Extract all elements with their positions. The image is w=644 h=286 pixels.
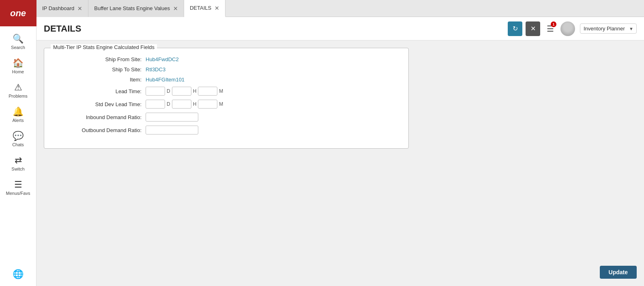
ship-from-site-row: Ship From Site: Hub4FwdDC2: [56, 56, 396, 62]
tab-label-details: DETAILS: [190, 5, 211, 11]
refresh-button[interactable]: ↻: [508, 21, 522, 36]
sidebar-item-label-alerts: Alerts: [12, 118, 24, 123]
tab-close-details[interactable]: ✕: [215, 5, 219, 11]
sidebar-item-label-home: Home: [12, 69, 24, 74]
inbound-demand-ratio-label: Inbound Demand Ratio:: [56, 114, 146, 120]
ship-from-site-label: Ship From Site:: [56, 56, 146, 62]
close-button[interactable]: ✕: [526, 21, 540, 36]
lead-time-m-unit: M: [219, 88, 223, 94]
search-icon: 🔍: [13, 34, 24, 44]
tab-close-buffer-lane[interactable]: ✕: [173, 6, 178, 11]
page-title: DETAILS: [44, 23, 508, 34]
std-dev-h-unit: H: [193, 101, 197, 107]
sidebar-item-chats[interactable]: 💬 Chats: [0, 127, 36, 151]
item-value[interactable]: Hub4FGItem101: [146, 77, 185, 83]
tab-ip-dashboard[interactable]: IP Dashboard ✕: [36, 0, 88, 17]
sidebar-item-label-menus: Menus/Favs: [6, 191, 30, 196]
sidebar: one 🔍 Search 🏠 Home ⚠ Problems 🔔 Alerts …: [0, 0, 36, 286]
inventory-planner-dropdown[interactable]: Inventory Planner: [580, 23, 637, 34]
std-dev-d-unit: D: [167, 101, 170, 107]
update-button[interactable]: Update: [600, 266, 637, 279]
lead-time-h-unit: H: [193, 88, 197, 94]
std-dev-lead-time-inputs: D H M: [146, 100, 223, 109]
problems-icon: ⚠: [14, 82, 22, 93]
sidebar-item-label-search: Search: [11, 45, 25, 50]
std-dev-lead-time-label: Std Dev Lead Time:: [56, 101, 146, 107]
tab-label-ip-dashboard: IP Dashboard: [42, 5, 74, 11]
std-dev-d-input[interactable]: [146, 100, 165, 109]
app-logo[interactable]: one: [0, 0, 36, 26]
lead-time-d-unit: D: [167, 88, 170, 94]
header-actions: ↻ ✕ ☰ 1 Inventory Planner ▼: [508, 21, 637, 36]
logo-text: one: [10, 8, 26, 19]
content-area: Multi-Tier IP Stats Engine Calculated Fi…: [36, 41, 644, 286]
sidebar-item-problems[interactable]: ⚠ Problems: [0, 78, 36, 102]
sidebar-item-menus-favs[interactable]: ☰ Menus/Favs: [0, 175, 36, 200]
dropdown-wrapper: Inventory Planner ▼: [580, 23, 637, 34]
tab-buffer-lane[interactable]: Buffer Lane Stats Engine Values ✕: [88, 0, 184, 17]
home-icon: 🏠: [13, 58, 24, 68]
profile-icon: 🌐: [13, 269, 24, 280]
lead-time-row: Lead Time: D H M: [56, 87, 396, 96]
outbound-demand-ratio-label: Outbound Demand Ratio:: [56, 127, 146, 133]
close-icon: ✕: [530, 25, 536, 32]
stats-engine-box: Multi-Tier IP Stats Engine Calculated Fi…: [44, 48, 409, 149]
std-dev-m-unit: M: [219, 101, 223, 107]
std-dev-m-input[interactable]: [198, 100, 217, 109]
stats-box-legend: Multi-Tier IP Stats Engine Calculated Fi…: [51, 44, 157, 50]
refresh-icon: ↻: [513, 25, 518, 32]
sidebar-item-label-switch: Switch: [11, 166, 24, 171]
ship-from-site-value[interactable]: Hub4FwdDC2: [146, 56, 179, 62]
tab-label-buffer-lane: Buffer Lane Stats Engine Values: [94, 5, 170, 11]
menu-icon-wrapper[interactable]: ☰ 1: [547, 24, 554, 34]
lead-time-inputs: D H M: [146, 87, 223, 96]
sidebar-item-switch[interactable]: ⇄ Switch: [0, 151, 36, 175]
item-label: Item:: [56, 77, 146, 83]
item-row: Item: Hub4FGItem101: [56, 77, 396, 83]
sidebar-item-profile[interactable]: 🌐: [0, 265, 36, 286]
ship-to-site-row: Ship To Site: Rtl3DC3: [56, 66, 396, 73]
menus-icon: ☰: [14, 179, 22, 190]
inbound-demand-ratio-row: Inbound Demand Ratio:: [56, 113, 396, 122]
lead-time-m-input[interactable]: [198, 87, 217, 96]
sidebar-item-label-problems: Problems: [9, 94, 27, 98]
avatar: [560, 21, 575, 36]
header-bar: DETAILS ↻ ✕ ☰ 1 Inventory Planner ▼: [36, 17, 644, 41]
sidebar-item-alerts[interactable]: 🔔 Alerts: [0, 102, 36, 127]
sidebar-item-search[interactable]: 🔍 Search: [0, 30, 36, 54]
switch-icon: ⇄: [15, 155, 22, 166]
tab-details[interactable]: DETAILS ✕: [184, 0, 225, 17]
outbound-demand-ratio-input[interactable]: [146, 126, 198, 134]
ship-to-site-value[interactable]: Rtl3DC3: [146, 66, 165, 73]
inbound-demand-ratio-input[interactable]: [146, 113, 198, 122]
sidebar-item-label-chats: Chats: [12, 142, 24, 147]
lead-time-label: Lead Time:: [56, 88, 146, 94]
outbound-demand-ratio-row: Outbound Demand Ratio:: [56, 126, 396, 134]
notification-badge: 1: [551, 21, 556, 27]
main-area: IP Dashboard ✕ Buffer Lane Stats Engine …: [36, 0, 644, 286]
std-dev-lead-time-row: Std Dev Lead Time: D H M: [56, 100, 396, 109]
std-dev-h-input[interactable]: [172, 100, 191, 109]
lead-time-h-input[interactable]: [172, 87, 191, 96]
alerts-icon: 🔔: [13, 107, 24, 117]
ship-to-site-label: Ship To Site:: [56, 66, 146, 73]
chats-icon: 💬: [13, 131, 24, 141]
avatar-image: [560, 21, 575, 36]
tab-bar: IP Dashboard ✕ Buffer Lane Stats Engine …: [36, 0, 644, 17]
sidebar-item-home[interactable]: 🏠 Home: [0, 54, 36, 78]
tab-close-ip-dashboard[interactable]: ✕: [77, 6, 82, 11]
lead-time-d-input[interactable]: [146, 87, 165, 96]
